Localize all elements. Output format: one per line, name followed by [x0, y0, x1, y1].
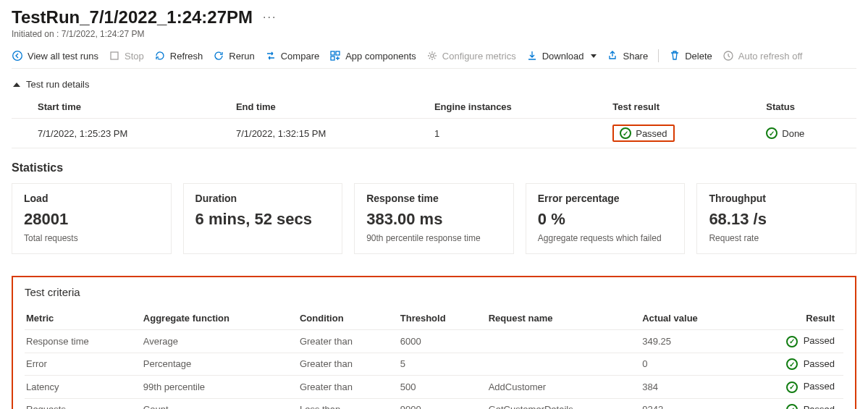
card-value: 0 %: [538, 210, 673, 229]
svg-rect-2: [331, 51, 334, 55]
download-label: Download: [542, 51, 584, 62]
share-icon: [607, 50, 618, 62]
view-all-test-runs-button[interactable]: View all test runs: [12, 50, 98, 62]
test-run-details-toggle[interactable]: Test run details: [13, 79, 856, 90]
toolbar: View all test runs Stop Refresh Rerun Co…: [12, 49, 856, 69]
test-criteria-heading: Test criteria: [25, 286, 843, 298]
toolbar-divider: [658, 49, 659, 62]
cell-threshold: 5: [399, 353, 487, 376]
card-desc: Aggregate requests which failed: [538, 233, 673, 243]
stop-button: Stop: [109, 50, 144, 62]
cell-start: 7/1/2022, 1:25:23 PM: [12, 119, 210, 148]
page-subtitle: Initiated on : 7/1/2022, 1:24:27 PM: [12, 29, 856, 39]
refresh-button[interactable]: Refresh: [154, 50, 203, 62]
col-request: Request name: [487, 308, 641, 330]
svg-rect-4: [331, 56, 334, 60]
cell-condition: Greater than: [298, 353, 399, 376]
card-desc: Request rate: [709, 233, 844, 243]
col-threshold: Threshold: [399, 308, 487, 330]
svg-rect-1: [111, 52, 118, 59]
stat-card: Error percentage0 %Aggregate requests wh…: [526, 183, 686, 254]
stat-card: Duration6 mins, 52 secs: [183, 183, 343, 254]
configure-metrics-label: Configure metrics: [442, 51, 516, 62]
check-icon: ✓: [786, 358, 798, 370]
rerun-icon: [213, 50, 224, 62]
share-label: Share: [623, 51, 648, 62]
chevron-up-icon: [13, 83, 20, 87]
test-run-details-table: Start time End time Engine instances Tes…: [12, 96, 856, 148]
col-actual: Actual value: [641, 308, 746, 330]
cell-result: ✓ Passed: [746, 398, 843, 409]
cell-threshold: 500: [399, 376, 487, 399]
table-row: ErrorPercentageGreater than50✓ Passed: [25, 353, 843, 376]
delete-icon: [669, 50, 681, 62]
stop-icon: [109, 50, 120, 62]
view-all-label: View all test runs: [28, 51, 98, 62]
stat-card: Response time383.00 ms90th percentile re…: [354, 183, 514, 254]
test-criteria-section: Test criteria Metric Aggregate function …: [12, 276, 856, 409]
download-button[interactable]: Download: [526, 50, 597, 62]
stat-card: Throughput68.13 /sRequest rate: [696, 183, 856, 254]
check-icon: ✓: [766, 127, 778, 139]
col-result: Test result: [586, 96, 740, 119]
card-value: 383.00 ms: [366, 210, 502, 229]
card-label: Response time: [366, 193, 502, 204]
page-title: TestRun_7/1/2022_1:24:27PM: [12, 7, 253, 28]
card-label: Load: [24, 193, 159, 204]
cell-metric: Latency: [25, 376, 142, 399]
cell-end: 7/1/2022, 1:32:15 PM: [210, 119, 408, 148]
cell-aggregate: Count: [142, 398, 298, 409]
cell-engine: 1: [408, 119, 586, 148]
clock-icon: [722, 50, 734, 62]
cell-actual: 349.25: [641, 330, 746, 353]
card-label: Error percentage: [538, 193, 673, 204]
col-metric: Metric: [25, 308, 142, 330]
cell-aggregate: Average: [142, 330, 298, 353]
stat-card: Load28001Total requests: [12, 183, 172, 254]
auto-refresh-label: Auto refresh off: [738, 51, 803, 62]
rerun-button[interactable]: Rerun: [213, 50, 254, 62]
test-run-details-label: Test run details: [26, 79, 89, 90]
cell-condition: Greater than: [298, 330, 399, 353]
configure-metrics-button: Configure metrics: [426, 50, 516, 62]
result-highlight: ✓ Passed: [612, 125, 674, 142]
cell-condition: Less than: [298, 398, 399, 409]
delete-button[interactable]: Delete: [669, 50, 712, 62]
cell-actual: 384: [641, 376, 746, 399]
cell-request: AddCustomer: [487, 376, 641, 399]
table-row: Response timeAverageGreater than6000349.…: [25, 330, 843, 353]
col-status: Status: [740, 96, 856, 119]
statistics-heading: Statistics: [12, 161, 856, 174]
cell-result: ✓ Passed: [586, 119, 740, 148]
cell-metric: Error: [25, 353, 142, 376]
card-value: 6 mins, 52 secs: [195, 210, 331, 229]
compare-icon: [265, 50, 277, 62]
cell-metric: Requests: [25, 398, 142, 409]
cell-result: ✓ Passed: [746, 330, 843, 353]
col-engine: Engine instances: [408, 96, 586, 119]
cell-threshold: 9000: [399, 398, 487, 409]
result-text: Passed: [636, 128, 667, 139]
cell-aggregate: 99th percentile: [142, 376, 298, 399]
gear-icon: [426, 50, 438, 62]
statistics-cards: Load28001Total requestsDuration6 mins, 5…: [12, 183, 856, 254]
col-end-time: End time: [210, 96, 408, 119]
cell-request: [487, 330, 641, 353]
col-result: Result: [746, 308, 843, 330]
compare-label: Compare: [281, 51, 319, 62]
cell-request: GetCustomerDetails: [487, 398, 641, 409]
app-components-icon: [329, 50, 341, 62]
check-icon: ✓: [786, 381, 798, 393]
test-criteria-table: Metric Aggregate function Condition Thre…: [25, 308, 843, 409]
table-row: Latency99th percentileGreater than500Add…: [25, 376, 843, 399]
card-value: 68.13 /s: [709, 210, 844, 229]
status-text: Done: [782, 128, 804, 139]
card-desc: 90th percentile response time: [366, 233, 502, 243]
more-button[interactable]: ···: [258, 9, 281, 25]
card-value: 28001: [24, 210, 159, 229]
app-components-button[interactable]: App components: [329, 50, 416, 62]
col-aggregate: Aggregate function: [142, 308, 298, 330]
svg-point-0: [13, 51, 22, 61]
compare-button[interactable]: Compare: [265, 50, 319, 62]
share-button[interactable]: Share: [607, 50, 648, 62]
